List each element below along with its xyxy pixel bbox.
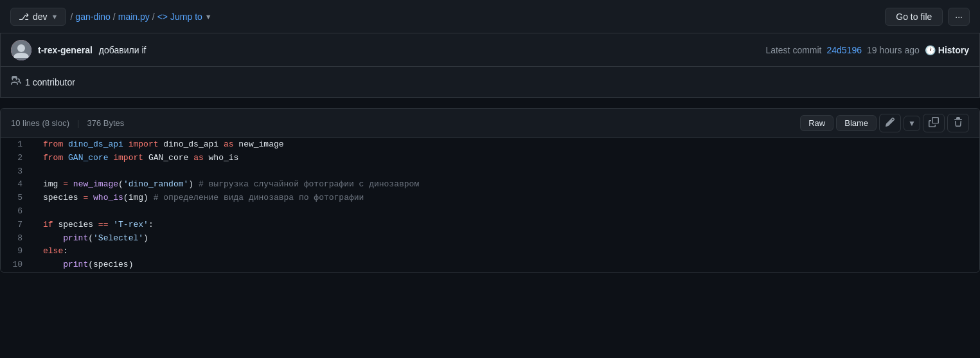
branch-label: dev: [33, 12, 48, 22]
line-number: 1: [1, 138, 33, 152]
jump-to-button[interactable]: <> Jump to ▼: [157, 12, 212, 22]
breadcrumb-sep2: /: [113, 12, 116, 22]
branch-chevron-icon: ▼: [51, 13, 58, 21]
table-row: 5 species = who_is(img) # определение ви…: [1, 192, 979, 205]
branch-icon: ⎇: [19, 12, 29, 22]
code-meta: 10 lines ( 8 sloc ) | 376 Bytes: [11, 118, 124, 128]
more-options-button[interactable]: ···: [948, 8, 970, 26]
line-number: 10: [1, 258, 33, 272]
top-bar-right: Go to file ···: [885, 8, 970, 26]
blame-button[interactable]: Blame: [836, 115, 877, 131]
table-row: 7 if species == 'T-rex':: [1, 219, 979, 232]
latest-commit-label: Latest commit: [765, 45, 821, 55]
copy-button[interactable]: [923, 114, 945, 132]
line-code: print(species): [33, 258, 979, 272]
line-number: 4: [1, 178, 33, 192]
commit-right: Latest commit 24d5196 19 hours ago 🕐 His…: [765, 45, 969, 55]
breadcrumb-sep3: /: [152, 12, 155, 22]
code-section: 10 lines ( 8 sloc ) | 376 Bytes Raw Blam…: [0, 108, 980, 273]
table-row: 8 print('Selectel'): [1, 232, 979, 246]
commit-hash[interactable]: 24d5196: [827, 45, 862, 55]
table-row: 10 print(species): [1, 258, 979, 272]
breadcrumb-repo[interactable]: gan-dino: [75, 12, 111, 22]
code-icon: <>: [157, 12, 168, 22]
breadcrumb-sep: /: [70, 12, 73, 22]
commit-time: 19 hours ago: [867, 45, 920, 55]
commit-left: t-rex-general добавили if: [11, 40, 146, 60]
line-number: 9: [1, 245, 33, 258]
commit-author[interactable]: t-rex-general: [38, 45, 93, 55]
code-meta-divider: |: [77, 118, 79, 128]
breadcrumb: / gan-dino / main.py / <> Jump to ▼: [70, 12, 211, 22]
table-row: 6: [1, 205, 979, 219]
line-number: 2: [1, 152, 33, 165]
branch-selector[interactable]: ⎇ dev ▼: [10, 8, 66, 26]
line-number: 5: [1, 192, 33, 205]
jump-to-chevron-icon: ▼: [205, 13, 212, 21]
table-row: 3: [1, 165, 979, 179]
code-meta-paren-open: (: [40, 118, 45, 128]
code-actions: Raw Blame ▼: [800, 114, 969, 132]
table-row: 4 img = new_image('dino_random') # выгру…: [1, 178, 979, 192]
code-sloc: 8 sloc: [45, 118, 67, 128]
history-clock-icon: 🕐: [925, 45, 936, 55]
line-code: if species == 'T-rex':: [33, 219, 979, 232]
line-code: [33, 205, 979, 219]
breadcrumb-file[interactable]: main.py: [118, 12, 150, 22]
history-label: History: [938, 45, 969, 55]
line-code: species = who_is(img) # определение вида…: [33, 192, 979, 205]
line-code: from GAN_core import GAN_core as who_is: [33, 152, 979, 165]
avatar: [11, 40, 31, 60]
line-number: 3: [1, 165, 33, 179]
edit-dropdown-button[interactable]: ▼: [904, 116, 920, 131]
contributor-bar: 1 contributor: [0, 67, 980, 98]
code-meta-paren-close: ): [67, 118, 69, 128]
code-lines: 10 lines: [11, 118, 40, 128]
delete-button[interactable]: [947, 114, 969, 132]
table-row: 2 from GAN_core import GAN_core as who_i…: [1, 152, 979, 165]
raw-button[interactable]: Raw: [800, 115, 833, 131]
commit-message: добавили if: [99, 45, 147, 55]
contributor-count: 1 contributor: [25, 77, 75, 87]
line-number: 6: [1, 205, 33, 219]
table-row: 1 from dino_ds_api import dino_ds_api as…: [1, 138, 979, 152]
history-link[interactable]: 🕐 History: [925, 45, 969, 55]
table-row: 9 else:: [1, 245, 979, 258]
commit-bar: t-rex-general добавили if Latest commit …: [0, 33, 980, 67]
svg-point-1: [17, 44, 25, 52]
go-to-file-button[interactable]: Go to file: [885, 8, 943, 26]
line-number: 8: [1, 232, 33, 246]
edit-button[interactable]: [879, 114, 901, 132]
line-code: print('Selectel'): [33, 232, 979, 246]
line-number: 7: [1, 219, 33, 232]
jump-to-label: Jump to: [170, 12, 202, 22]
code-table: 1 from dino_ds_api import dino_ds_api as…: [1, 138, 979, 272]
line-code: else:: [33, 245, 979, 258]
top-bar: ⎇ dev ▼ / gan-dino / main.py / <> Jump t…: [0, 0, 980, 33]
code-header: 10 lines ( 8 sloc ) | 376 Bytes Raw Blam…: [1, 109, 979, 138]
code-bytes: 376 Bytes: [87, 118, 124, 128]
avatar-image: [11, 40, 31, 60]
top-bar-left: ⎇ dev ▼ / gan-dino / main.py / <> Jump t…: [10, 8, 212, 26]
line-code: img = new_image('dino_random') # выгрузк…: [33, 178, 979, 192]
line-code: from dino_ds_api import dino_ds_api as n…: [33, 138, 979, 152]
contributor-icon: [11, 76, 21, 88]
line-code: [33, 165, 979, 179]
